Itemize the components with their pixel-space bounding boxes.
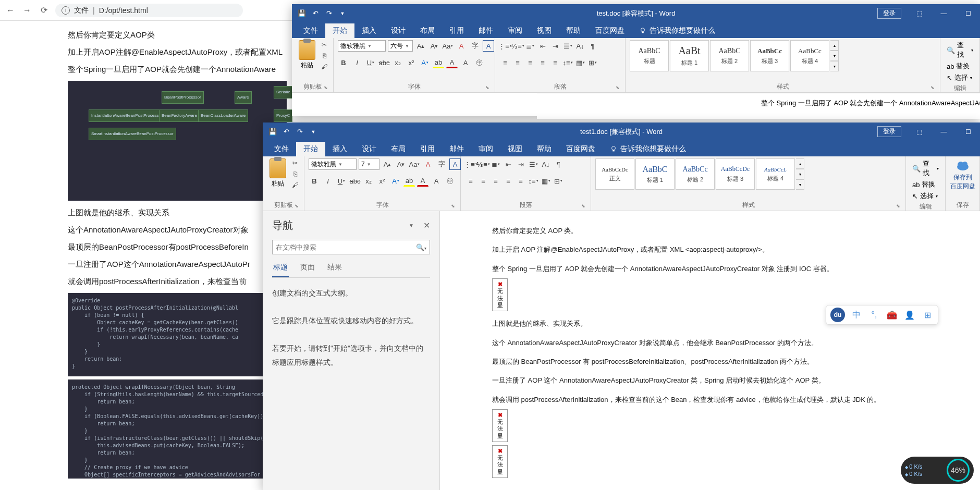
- style-heading2[interactable]: AaBbCc标题 2: [676, 158, 715, 190]
- increase-indent-icon[interactable]: ⇥: [515, 158, 526, 170]
- save-icon[interactable]: 💾: [296, 8, 308, 19]
- align-center-icon[interactable]: ≡: [512, 57, 523, 68]
- char-shading-icon[interactable]: A: [431, 175, 442, 187]
- bullets-icon[interactable]: ⋮≡▾: [499, 40, 511, 52]
- dialog-launcher-icon[interactable]: ⬊: [324, 85, 328, 90]
- dialog-launcher-icon[interactable]: ⬊: [896, 203, 900, 209]
- subscript-button[interactable]: x₂: [363, 175, 374, 187]
- tab-view[interactable]: 视图: [530, 23, 559, 38]
- phonetic-guide-icon[interactable]: 字: [436, 158, 447, 170]
- search-input[interactable]: [276, 243, 416, 251]
- bold-button[interactable]: B: [338, 57, 349, 68]
- numbering-icon[interactable]: ⅓≡▾: [477, 158, 489, 170]
- justify-icon[interactable]: ≡: [537, 57, 548, 68]
- dialog-launcher-icon[interactable]: ⬊: [451, 203, 455, 209]
- strikethrough-button[interactable]: abc: [349, 175, 361, 187]
- style-item[interactable]: AaBbC标题 2: [710, 40, 749, 71]
- strikethrough-button[interactable]: abc: [378, 57, 390, 68]
- style-heading1[interactable]: AaBbC标题 1: [635, 158, 675, 190]
- tab-baidu[interactable]: 百度网盘: [559, 142, 603, 156]
- enclose-char-icon[interactable]: ㊥: [444, 175, 456, 187]
- superscript-button[interactable]: x²: [406, 57, 417, 68]
- nav-tab-headings[interactable]: 标题: [272, 261, 289, 277]
- copy-icon[interactable]: ⎘: [290, 169, 300, 179]
- tab-help[interactable]: 帮助: [530, 142, 559, 156]
- tab-file[interactable]: 文件: [267, 142, 296, 156]
- multilevel-icon[interactable]: ≣▾: [490, 158, 501, 170]
- select-button[interactable]: ↖ 选择 ▾: [910, 191, 941, 201]
- shrink-font-icon[interactable]: A▾: [395, 158, 407, 170]
- subscript-button[interactable]: x₂: [392, 57, 403, 68]
- dialog-launcher-icon[interactable]: ⬊: [485, 85, 489, 90]
- floating-toolbar[interactable]: du 中 °, 🧰 👤 ⊞: [826, 305, 938, 325]
- font-name-combo[interactable]: 微软雅黑▼: [309, 158, 357, 170]
- nav-tab-results[interactable]: 结果: [326, 261, 343, 277]
- underline-button[interactable]: U▾: [365, 57, 376, 68]
- tab-review[interactable]: 审阅: [471, 142, 500, 156]
- login-button[interactable]: 登录: [877, 8, 901, 19]
- search-icon[interactable]: 🔍▾: [416, 243, 426, 251]
- change-case-icon[interactable]: Aa▾: [409, 158, 420, 170]
- tab-view[interactable]: 视图: [500, 142, 530, 156]
- underline-button[interactable]: U▾: [336, 175, 347, 187]
- back-button[interactable]: ←: [5, 5, 16, 16]
- tab-design[interactable]: 设计: [354, 142, 384, 156]
- nav-dropdown-icon[interactable]: ▼: [409, 223, 414, 228]
- tab-layout[interactable]: 布局: [413, 23, 442, 38]
- qat-customize-icon[interactable]: ▼: [337, 8, 348, 19]
- find-button[interactable]: 🔍 查找 ▾: [945, 40, 975, 60]
- shading-icon[interactable]: ▦▾: [574, 57, 586, 68]
- replace-button[interactable]: ab 替换: [945, 61, 975, 71]
- shrink-font-icon[interactable]: A▾: [428, 40, 440, 52]
- tab-review[interactable]: 审阅: [500, 23, 530, 38]
- select-button[interactable]: ↖ 选择 ▾: [945, 72, 975, 83]
- align-left-icon[interactable]: ≡: [465, 175, 476, 187]
- align-left-icon[interactable]: ≡: [499, 57, 511, 68]
- style-item[interactable]: AaBbCc标题 3: [750, 40, 789, 71]
- font-size-combo[interactable]: 六号▼: [388, 40, 413, 52]
- format-painter-icon[interactable]: 🖌: [290, 180, 300, 190]
- shading-icon[interactable]: ▦▾: [540, 175, 552, 187]
- highlight-icon[interactable]: ab: [403, 175, 415, 187]
- show-marks-icon[interactable]: ¶: [587, 40, 598, 52]
- styles-gallery[interactable]: AaBbC标题 AaBt标题 1 AaBbC标题 2 AaBbCc标题 3 Aa…: [630, 40, 839, 71]
- style-heading3[interactable]: AaBbCcDc标题 3: [716, 158, 755, 190]
- cut-icon[interactable]: ✂: [290, 158, 300, 168]
- tell-me[interactable]: 告诉我你想要做什么: [632, 23, 722, 38]
- sort-icon[interactable]: A↓: [540, 158, 552, 170]
- multilevel-icon[interactable]: ≣▾: [524, 40, 536, 52]
- asian-layout-icon[interactable]: ☰▾: [528, 158, 539, 170]
- styles-gallery[interactable]: AaBbCcDc正文 AaBbC标题 1 AaBbCc标题 2 AaBbCcDc…: [595, 158, 804, 190]
- undo-icon[interactable]: ↶: [310, 8, 321, 19]
- align-right-icon[interactable]: ≡: [490, 175, 501, 187]
- qat-customize-icon[interactable]: ▼: [308, 126, 319, 138]
- dialog-launcher-icon[interactable]: ⬊: [930, 85, 935, 90]
- minimize-button[interactable]: —: [932, 4, 956, 22]
- baidu-icon[interactable]: du: [830, 308, 845, 322]
- decrease-indent-icon[interactable]: ⇤: [537, 40, 548, 52]
- italic-button[interactable]: I: [322, 175, 334, 187]
- paste-button[interactable]: 粘贴: [296, 40, 317, 70]
- copy-icon[interactable]: ⎘: [320, 51, 329, 60]
- enclose-char-icon[interactable]: ㊥: [473, 57, 485, 68]
- styles-more[interactable]: ▴▾▾: [796, 158, 804, 190]
- font-color-icon[interactable]: A: [417, 175, 428, 187]
- maximize-button[interactable]: ☐: [957, 4, 980, 22]
- save-to-baidu-button[interactable]: 保存到 百度网盘: [950, 158, 975, 191]
- change-case-icon[interactable]: Aa▾: [442, 40, 454, 52]
- text-effects-icon[interactable]: A▾: [390, 175, 401, 187]
- borders-icon[interactable]: ⊞▾: [553, 175, 564, 187]
- sort-icon[interactable]: A↓: [574, 40, 586, 52]
- tab-home[interactable]: 开始: [296, 142, 325, 156]
- redo-icon[interactable]: ↷: [323, 8, 335, 19]
- align-center-icon[interactable]: ≡: [477, 175, 489, 187]
- tab-baidu[interactable]: 百度网盘: [588, 23, 632, 38]
- decrease-indent-icon[interactable]: ⇤: [503, 158, 514, 170]
- network-speed-widget[interactable]: 0 K/s 0 K/s 46%: [901, 457, 974, 484]
- close-icon[interactable]: ✕: [423, 220, 430, 230]
- paste-button[interactable]: 粘贴: [267, 158, 288, 188]
- styles-more[interactable]: ▴▾▾: [830, 40, 839, 71]
- cut-icon[interactable]: ✂: [320, 40, 329, 50]
- nav-search[interactable]: 🔍▾: [272, 240, 430, 254]
- undo-icon[interactable]: ↶: [280, 126, 292, 138]
